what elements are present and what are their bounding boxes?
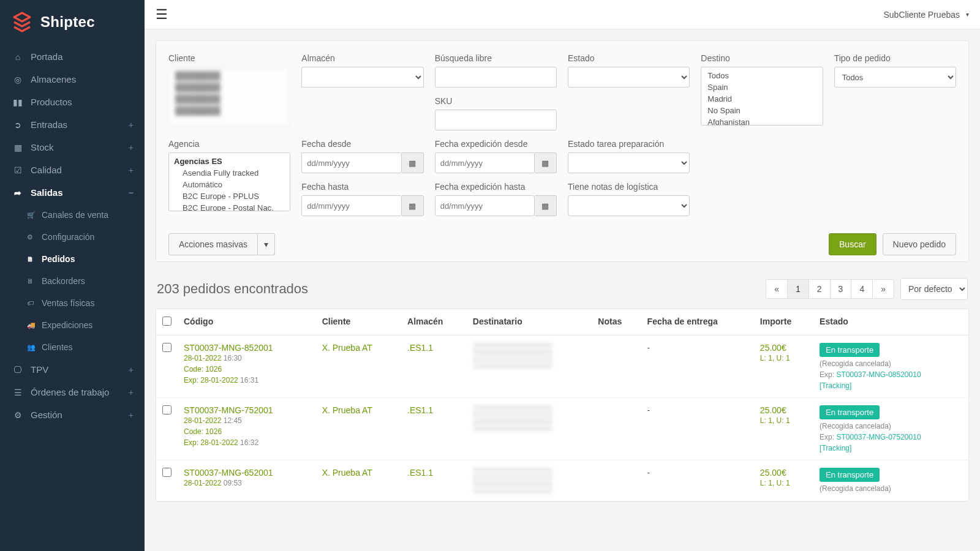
- exp-link[interactable]: ST00037-MNG-08520010: [836, 370, 921, 379]
- almacen-link[interactable]: .ES1.1: [401, 398, 467, 460]
- row-checkbox[interactable]: [162, 343, 172, 352]
- row-checkbox[interactable]: [162, 468, 172, 477]
- nav-sub-ventas[interactable]: 🏷Ventas físicas: [0, 292, 145, 314]
- page-2[interactable]: 2: [809, 279, 831, 299]
- nav-sub-pedidos[interactable]: 🗎Pedidos: [0, 248, 145, 270]
- expand-icon[interactable]: +: [129, 410, 134, 420]
- estado-label: Estado: [568, 53, 690, 63]
- nav-sub-configuracion[interactable]: ⚙Configuración: [0, 226, 145, 248]
- exp-link[interactable]: ST00037-MNG-07520010: [836, 433, 921, 441]
- almacen-link[interactable]: .ES1.1: [401, 335, 467, 398]
- table-row: ST00037-MNG-752001 28-01-2022 12:45 Code…: [156, 398, 968, 460]
- user-menu[interactable]: SubCliente Pruebas: [883, 10, 969, 20]
- select-all-checkbox[interactable]: [162, 317, 172, 326]
- expand-icon[interactable]: +: [129, 388, 134, 397]
- bulk-actions-caret[interactable]: ▾: [258, 233, 275, 255]
- page-prev[interactable]: «: [766, 279, 788, 299]
- cliente-link[interactable]: X. Prueba AT: [316, 460, 401, 501]
- hamburger-icon[interactable]: ☰: [156, 7, 168, 23]
- main-nav: ⌂Portada ◎Almacenes ▮▮Productos ➲Entrada…: [0, 45, 145, 426]
- tipo-pedido-select[interactable]: Todos: [834, 67, 956, 88]
- fecha-hasta-input[interactable]: [301, 195, 401, 216]
- calendar-icon[interactable]: ▦: [535, 152, 557, 173]
- fecha-entrega-cell: -: [641, 335, 754, 398]
- order-exp-date: Exp: 28-01-2022 16:32: [184, 437, 310, 448]
- busqueda-input[interactable]: [435, 67, 557, 88]
- search-button[interactable]: Buscar: [829, 233, 876, 255]
- cliente-link[interactable]: X. Prueba AT: [316, 335, 401, 398]
- expand-icon[interactable]: +: [129, 365, 134, 375]
- table-row: ST00037-MNG-852001 28-01-2022 16:30 Code…: [156, 335, 968, 398]
- page-3[interactable]: 3: [830, 279, 852, 299]
- expand-icon[interactable]: +: [129, 165, 134, 175]
- nav-almacenes[interactable]: ◎Almacenes: [0, 68, 145, 91]
- nav-calidad[interactable]: ☑Calidad+: [0, 159, 145, 181]
- status-exp: Exp: ST00037-MNG-08520010: [820, 370, 962, 379]
- nav-sub-clientes[interactable]: 👥Clientes: [0, 336, 145, 358]
- estado-select[interactable]: [568, 67, 690, 88]
- brand-logo[interactable]: Shiptec: [0, 7, 145, 37]
- cliente-select[interactable]: ████████████████████████████████: [168, 67, 290, 126]
- calendar-icon[interactable]: ▦: [402, 152, 424, 173]
- cart-icon: 🛒: [27, 211, 36, 219]
- nav-stock[interactable]: ▦Stock+: [0, 136, 145, 159]
- tracking-link[interactable]: [Tracking]: [820, 381, 851, 390]
- calendar-icon[interactable]: ▦: [402, 195, 424, 216]
- almacen-link[interactable]: .ES1.1: [401, 460, 467, 501]
- collapse-icon[interactable]: −: [129, 188, 134, 198]
- expand-icon[interactable]: +: [129, 120, 134, 130]
- nav-tpv[interactable]: 🖵TPV+: [0, 358, 145, 381]
- nav-sub-canales[interactable]: 🛒Canales de venta: [0, 204, 145, 226]
- brand-name: Shiptec: [40, 13, 95, 31]
- notas-cell: [592, 398, 641, 460]
- new-order-button[interactable]: Nuevo pedido: [883, 233, 956, 255]
- order-date: 28-01-2022 09:53: [184, 478, 310, 489]
- agencia-select[interactable]: Agencias ES Asendia Fully tracked Automá…: [168, 152, 290, 211]
- sort-select[interactable]: Por defecto: [900, 278, 968, 300]
- page-next[interactable]: »: [872, 279, 894, 299]
- nav-salidas[interactable]: ➦Salidas−: [0, 181, 145, 204]
- expand-icon[interactable]: +: [129, 143, 134, 152]
- results-count: 203 pedidos encontrados: [157, 281, 308, 297]
- bulk-actions-button[interactable]: Acciones masivas: [168, 233, 258, 255]
- file-icon: 🗎: [27, 255, 36, 263]
- fecha-exp-hasta-input[interactable]: [435, 195, 535, 216]
- home-icon: ⌂: [12, 52, 23, 62]
- tiene-notas-label: Tiene notas de logística: [568, 182, 690, 192]
- order-exp-date: Exp: 28-01-2022 16:31: [184, 375, 310, 386]
- nav-gestion[interactable]: ⚙Gestión+: [0, 403, 145, 426]
- row-checkbox[interactable]: [162, 405, 172, 414]
- orders-table-panel: Código Cliente Almacén Destinatario Nota…: [156, 309, 969, 502]
- order-code-link[interactable]: ST00037-MNG-752001: [184, 405, 310, 415]
- file-icon: 🗎: [27, 277, 36, 285]
- tiene-notas-select[interactable]: [568, 195, 690, 216]
- estado-tarea-select[interactable]: [568, 152, 690, 173]
- page-1[interactable]: 1: [787, 279, 809, 299]
- fecha-hasta-label: Fecha hasta: [301, 182, 423, 192]
- order-code-link[interactable]: ST00037-MNG-852001: [184, 343, 310, 353]
- target-icon: ◎: [12, 75, 23, 84]
- fecha-exp-desde-input[interactable]: [435, 152, 535, 173]
- sku-input[interactable]: [435, 110, 557, 130]
- nav-entradas[interactable]: ➲Entradas+: [0, 113, 145, 136]
- th-importe: Importe: [754, 309, 813, 335]
- nav-sub-expediciones[interactable]: 🚚Expediciones: [0, 314, 145, 336]
- nav-sub-backorders[interactable]: 🗎Backorders: [0, 270, 145, 292]
- tag-icon: 🏷: [27, 299, 36, 307]
- nav-productos[interactable]: ▮▮Productos: [0, 91, 145, 113]
- status-badge: En transporte: [820, 343, 880, 357]
- destino-select[interactable]: Todos Spain Madrid No Spain Afghanistan: [701, 67, 823, 126]
- order-code-link[interactable]: ST00037-MNG-652001: [184, 468, 310, 478]
- tracking-link[interactable]: [Tracking]: [820, 444, 851, 452]
- order-subcode: Code: 1026: [184, 426, 310, 437]
- fecha-desde-input[interactable]: [301, 152, 401, 173]
- nav-ordenes[interactable]: ☰Órdenes de trabajo+: [0, 381, 145, 403]
- fecha-entrega-cell: -: [641, 398, 754, 460]
- cliente-link[interactable]: X. Prueba AT: [316, 398, 401, 460]
- calendar-icon[interactable]: ▦: [535, 195, 557, 216]
- nav-portada[interactable]: ⌂Portada: [0, 45, 145, 68]
- page-4[interactable]: 4: [851, 279, 873, 299]
- almacen-select[interactable]: [301, 67, 423, 88]
- status-exp: Exp: ST00037-MNG-07520010: [820, 433, 962, 441]
- table-row: ST00037-MNG-652001 28-01-2022 09:53 X. P…: [156, 460, 968, 501]
